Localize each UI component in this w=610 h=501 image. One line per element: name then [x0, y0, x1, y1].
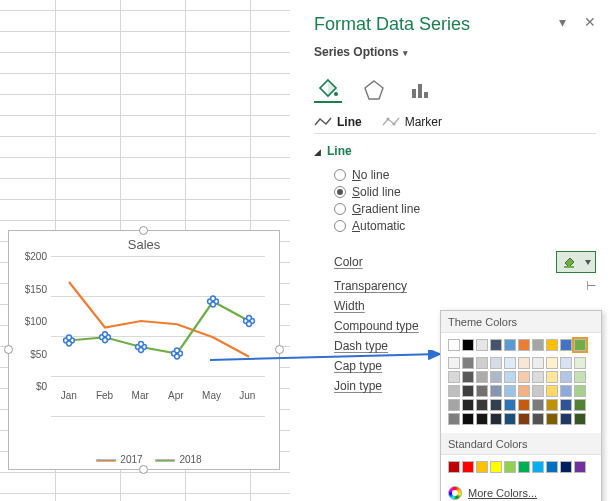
color-swatch[interactable]	[448, 399, 460, 411]
chart-series-svg[interactable]	[51, 256, 267, 386]
color-swatch[interactable]	[504, 413, 516, 425]
chart-object[interactable]: Sales $200 $150 $100 $50 $0 Jan Feb Mar …	[8, 230, 280, 470]
chevron-down-icon[interactable]: ▾	[559, 14, 566, 30]
color-swatch[interactable]	[532, 385, 544, 397]
color-swatch[interactable]	[574, 385, 586, 397]
radio-automatic[interactable]: Automatic	[334, 219, 596, 233]
color-swatch[interactable]	[546, 399, 558, 411]
more-colors-button[interactable]: More Colors...	[441, 481, 601, 501]
color-swatch[interactable]	[504, 461, 516, 473]
color-swatch[interactable]	[560, 413, 572, 425]
color-swatch[interactable]	[574, 461, 586, 473]
color-swatch[interactable]	[518, 357, 530, 369]
tab-line[interactable]: Line	[314, 115, 362, 129]
color-swatch[interactable]	[574, 371, 586, 383]
color-swatch[interactable]	[476, 371, 488, 383]
color-swatch[interactable]	[448, 385, 460, 397]
color-swatch[interactable]	[546, 461, 558, 473]
color-swatch[interactable]	[476, 413, 488, 425]
effects-icon[interactable]	[360, 77, 388, 103]
slider-track[interactable]: ⊢	[586, 279, 596, 293]
color-swatch[interactable]	[532, 371, 544, 383]
color-swatch[interactable]	[504, 339, 516, 351]
resize-handle-top[interactable]	[139, 226, 148, 235]
color-swatch[interactable]	[546, 339, 558, 351]
color-swatch[interactable]	[462, 385, 474, 397]
color-swatch[interactable]	[546, 413, 558, 425]
color-swatch[interactable]	[574, 357, 586, 369]
color-swatch[interactable]	[574, 399, 586, 411]
resize-handle-right[interactable]	[275, 345, 284, 354]
color-swatch[interactable]	[476, 357, 488, 369]
color-swatch[interactable]	[560, 371, 572, 383]
color-swatch[interactable]	[560, 461, 572, 473]
selection-marker[interactable]	[100, 332, 111, 343]
color-swatch[interactable]	[462, 399, 474, 411]
color-swatch[interactable]	[490, 357, 502, 369]
color-swatch[interactable]	[504, 399, 516, 411]
color-swatch[interactable]	[490, 385, 502, 397]
series-2017[interactable]	[69, 282, 249, 357]
color-swatch[interactable]	[448, 371, 460, 383]
color-swatch[interactable]	[462, 339, 474, 351]
tab-marker[interactable]: Marker	[382, 115, 442, 129]
color-swatch[interactable]	[546, 371, 558, 383]
series-options-dropdown[interactable]: Series Options▾	[314, 45, 596, 59]
color-swatch[interactable]	[532, 399, 544, 411]
color-swatch[interactable]	[462, 371, 474, 383]
series-2018[interactable]	[69, 302, 249, 354]
color-swatch[interactable]	[476, 385, 488, 397]
color-swatch[interactable]	[518, 461, 530, 473]
color-swatch[interactable]	[490, 339, 502, 351]
color-swatch[interactable]	[490, 371, 502, 383]
fill-line-icon[interactable]	[314, 77, 342, 103]
color-swatch[interactable]	[448, 339, 460, 351]
color-swatch[interactable]	[532, 413, 544, 425]
close-icon[interactable]: ✕	[584, 14, 596, 30]
color-swatch[interactable]	[476, 399, 488, 411]
color-swatch[interactable]	[518, 339, 530, 351]
x-axis[interactable]: Jan Feb Mar Apr May Jun	[51, 390, 265, 404]
radio-gradient-line[interactable]: Gradient line	[334, 202, 596, 216]
color-swatch[interactable]	[546, 357, 558, 369]
color-swatch[interactable]	[518, 413, 530, 425]
resize-handle-left[interactable]	[4, 345, 13, 354]
color-swatch[interactable]	[560, 357, 572, 369]
resize-handle-bottom[interactable]	[139, 465, 148, 474]
color-swatch[interactable]	[504, 357, 516, 369]
color-swatch[interactable]	[462, 461, 474, 473]
color-swatch[interactable]	[546, 385, 558, 397]
chart-legend[interactable]: 2017 2018	[9, 454, 279, 465]
color-swatch[interactable]	[518, 371, 530, 383]
color-swatch[interactable]	[476, 461, 488, 473]
series-options-icon[interactable]	[406, 77, 434, 103]
color-swatch[interactable]	[532, 357, 544, 369]
color-swatch[interactable]	[574, 339, 586, 351]
color-swatch[interactable]	[504, 371, 516, 383]
y-axis[interactable]: $200 $150 $100 $50 $0	[19, 256, 47, 386]
chart-plot-area[interactable]: $200 $150 $100 $50 $0 Jan Feb Mar Apr Ma…	[19, 256, 269, 416]
color-swatch[interactable]	[560, 399, 572, 411]
selection-marker[interactable]	[244, 316, 255, 327]
color-swatch[interactable]	[504, 385, 516, 397]
color-swatch[interactable]	[532, 461, 544, 473]
color-swatch[interactable]	[462, 357, 474, 369]
color-picker-button[interactable]	[556, 251, 596, 273]
color-swatch[interactable]	[462, 413, 474, 425]
color-swatch[interactable]	[448, 357, 460, 369]
color-swatch[interactable]	[518, 399, 530, 411]
color-swatch[interactable]	[560, 385, 572, 397]
color-swatch[interactable]	[532, 339, 544, 351]
color-swatch[interactable]	[518, 385, 530, 397]
color-swatch[interactable]	[490, 399, 502, 411]
color-swatch[interactable]	[448, 413, 460, 425]
section-line[interactable]: ◢Line	[314, 144, 596, 158]
selection-marker[interactable]	[64, 335, 75, 346]
color-swatch[interactable]	[574, 413, 586, 425]
color-swatch[interactable]	[490, 461, 502, 473]
color-swatch[interactable]	[448, 461, 460, 473]
color-swatch[interactable]	[560, 339, 572, 351]
radio-no-line[interactable]: No line	[334, 168, 596, 182]
radio-solid-line[interactable]: Solid line	[334, 185, 596, 199]
color-swatch[interactable]	[490, 413, 502, 425]
